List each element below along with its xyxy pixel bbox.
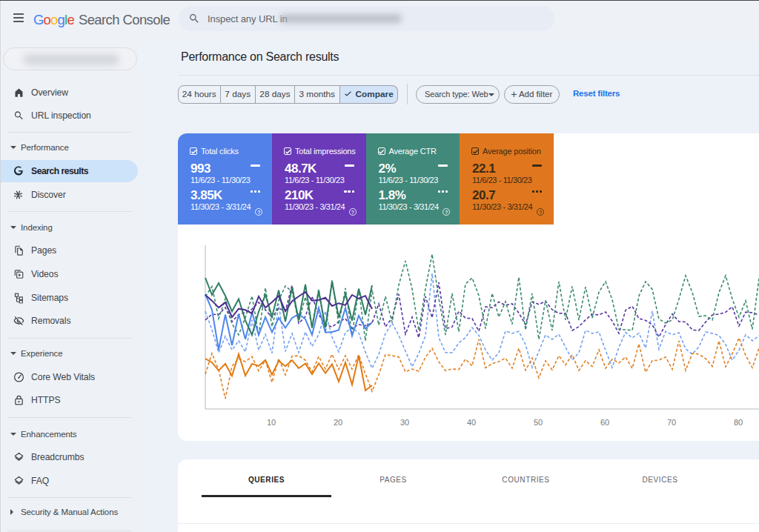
- svg-text:20: 20: [334, 418, 342, 427]
- svg-text:50: 50: [534, 418, 543, 427]
- svg-text:40: 40: [467, 418, 476, 427]
- svg-text:30: 30: [400, 418, 409, 427]
- svg-text:80: 80: [734, 418, 743, 427]
- svg-text:70: 70: [667, 418, 676, 427]
- svg-text:10: 10: [267, 418, 276, 427]
- svg-text:60: 60: [600, 418, 609, 427]
